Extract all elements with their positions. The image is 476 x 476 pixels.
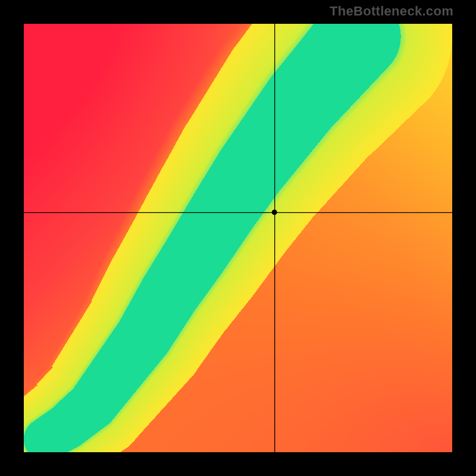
chart-stage: TheBottleneck.com bbox=[0, 0, 476, 476]
heatmap-canvas bbox=[24, 24, 452, 452]
watermark-text: TheBottleneck.com bbox=[330, 4, 453, 19]
